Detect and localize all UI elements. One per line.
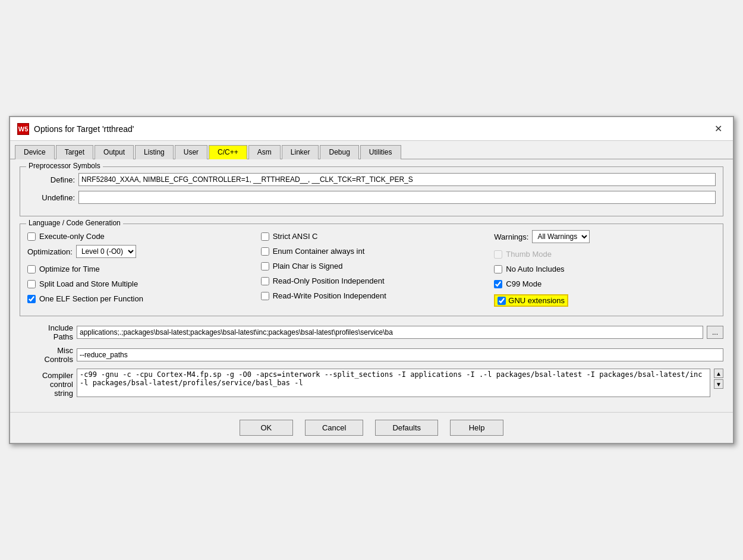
thumb-mode-label: Thumb Mode xyxy=(506,250,552,259)
optimization-label: Optimization: xyxy=(27,247,73,256)
tab-output[interactable]: Output xyxy=(95,145,134,159)
compiler-control-label: Compilercontrolstring xyxy=(20,369,73,398)
define-input[interactable] xyxy=(78,173,716,186)
title-bar-left: W5 Options for Target 'rtthread' xyxy=(17,123,134,135)
c99-mode-row: C99 Mode xyxy=(494,278,716,290)
lang-col2: Strict ANSI C Enum Container always int … xyxy=(261,230,483,309)
c99-mode-label: C99 Mode xyxy=(506,279,541,288)
tab-utilities[interactable]: Utilities xyxy=(360,145,401,159)
one-elf-section-label: One ELF Section per Function xyxy=(39,294,143,303)
ok-button[interactable]: OK xyxy=(240,420,293,436)
warnings-select[interactable]: All Warnings xyxy=(532,230,590,243)
content-area: Preprocessor Symbols Define: Undefine: L… xyxy=(10,159,733,412)
read-only-pos-ind-checkbox[interactable] xyxy=(261,277,269,285)
preprocessor-section: Preprocessor Symbols Define: Undefine: xyxy=(20,166,723,216)
language-section: Language / Code Generation Execute-only … xyxy=(20,224,723,316)
define-label: Define: xyxy=(27,175,75,184)
warnings-row: Warnings: All Warnings xyxy=(494,230,716,243)
plain-char-row: Plain Char is Signed xyxy=(261,260,483,272)
misc-controls-row: MiscControls xyxy=(20,346,723,364)
tab-listing[interactable]: Listing xyxy=(135,145,174,159)
compiler-scrollbar: ▲ ▼ xyxy=(714,369,723,389)
one-elf-section-checkbox[interactable] xyxy=(27,295,36,303)
misc-controls-label: MiscControls xyxy=(20,346,73,364)
tab-asm[interactable]: Asm xyxy=(248,145,281,159)
read-write-pos-ind-checkbox[interactable] xyxy=(261,292,269,300)
tab-device[interactable]: Device xyxy=(15,145,55,159)
dialog-title: Options for Target 'rtthread' xyxy=(34,124,134,134)
c99-mode-checkbox[interactable] xyxy=(494,280,502,288)
no-auto-includes-label: No Auto Includes xyxy=(506,265,564,273)
read-only-pos-ind-label: Read-Only Position Independent xyxy=(273,276,385,285)
compiler-control-textarea[interactable]: -c99 -gnu -c -cpu Cortex-M4.fp.sp -g -O0… xyxy=(77,369,710,397)
app-icon: W5 xyxy=(17,123,29,135)
strict-ansi-label: Strict ANSI C xyxy=(273,232,318,241)
plain-char-label: Plain Char is Signed xyxy=(273,262,343,270)
strict-ansi-row: Strict ANSI C xyxy=(261,230,483,243)
define-row: Define: xyxy=(27,173,716,186)
tab-bar: Device Target Output Listing User C/C++ … xyxy=(10,141,733,159)
plain-char-checkbox[interactable] xyxy=(261,262,269,270)
close-button[interactable]: ✕ xyxy=(711,122,726,136)
include-paths-browse-button[interactable]: ... xyxy=(707,326,723,339)
optimize-time-row: Optimize for Time xyxy=(27,263,249,275)
read-only-pos-ind-row: Read-Only Position Independent xyxy=(261,275,483,287)
no-auto-includes-checkbox[interactable] xyxy=(494,265,502,273)
enum-container-row: Enum Container always int xyxy=(261,245,483,257)
execute-only-code-checkbox[interactable] xyxy=(27,232,36,241)
compiler-control-row: Compilercontrolstring -c99 -gnu -c -cpu … xyxy=(20,369,723,398)
tab-ccpp[interactable]: C/C++ xyxy=(209,145,247,159)
language-grid: Execute-only Code Optimization: Level 0 … xyxy=(27,230,716,309)
thumb-mode-row: Thumb Mode xyxy=(494,248,716,260)
undefine-row: Undefine: xyxy=(27,191,716,204)
read-write-pos-ind-label: Read-Write Position Independent xyxy=(273,291,386,300)
scroll-down-button[interactable]: ▼ xyxy=(714,379,723,389)
thumb-mode-checkbox xyxy=(494,250,502,259)
one-elf-section-row: One ELF Section per Function xyxy=(27,292,249,305)
execute-only-code-row: Execute-only Code xyxy=(27,230,249,243)
cancel-button[interactable]: Cancel xyxy=(305,420,363,436)
undefine-input[interactable] xyxy=(78,191,716,204)
optimize-time-checkbox[interactable] xyxy=(27,265,36,273)
optimize-time-label: Optimize for Time xyxy=(39,265,100,273)
tab-target[interactable]: Target xyxy=(56,145,93,159)
enum-container-checkbox[interactable] xyxy=(261,247,269,256)
gnu-extensions-label: GNU extensions xyxy=(508,296,565,305)
strict-ansi-checkbox[interactable] xyxy=(261,232,269,241)
undefine-label: Undefine: xyxy=(27,193,75,202)
tab-linker[interactable]: Linker xyxy=(282,145,319,159)
lang-col3: Warnings: All Warnings Thumb Mode No Aut… xyxy=(494,230,716,309)
gnu-extensions-row: GNU extensions xyxy=(494,292,716,309)
execute-only-code-label: Execute-only Code xyxy=(39,232,105,241)
title-bar: W5 Options for Target 'rtthread' ✕ xyxy=(10,117,733,141)
split-load-store-row: Split Load and Store Multiple xyxy=(27,278,249,290)
optimization-row: Optimization: Level 0 (-O0) xyxy=(27,245,249,258)
language-legend: Language / Code Generation xyxy=(26,219,123,227)
defaults-button[interactable]: Defaults xyxy=(375,420,438,436)
optimization-select[interactable]: Level 0 (-O0) xyxy=(76,245,136,258)
help-button[interactable]: Help xyxy=(450,420,503,436)
read-write-pos-ind-row: Read-Write Position Independent xyxy=(261,290,483,302)
enum-container-label: Enum Container always int xyxy=(273,247,365,256)
tab-debug[interactable]: Debug xyxy=(320,145,358,159)
scroll-up-button[interactable]: ▲ xyxy=(714,369,723,378)
footer: OK Cancel Defaults Help xyxy=(10,412,733,443)
options-dialog: W5 Options for Target 'rtthread' ✕ Devic… xyxy=(9,116,734,444)
tab-user[interactable]: User xyxy=(175,145,207,159)
compiler-control-area: -c99 -gnu -c -cpu Cortex-M4.fp.sp -g -O0… xyxy=(77,369,723,397)
gnu-extensions-highlight: GNU extensions xyxy=(494,294,568,307)
gnu-extensions-checkbox[interactable] xyxy=(498,297,506,305)
split-load-store-checkbox[interactable] xyxy=(27,280,36,288)
split-load-store-label: Split Load and Store Multiple xyxy=(39,279,138,288)
preprocessor-legend: Preprocessor Symbols xyxy=(26,162,103,170)
include-paths-label: IncludePaths xyxy=(20,323,73,341)
include-paths-input[interactable] xyxy=(77,326,703,339)
warnings-label: Warnings: xyxy=(494,232,528,241)
lang-col1: Execute-only Code Optimization: Level 0 … xyxy=(27,230,249,309)
no-auto-includes-row: No Auto Includes xyxy=(494,263,716,275)
include-paths-row: IncludePaths ... xyxy=(20,323,723,341)
misc-controls-input[interactable] xyxy=(77,348,723,361)
